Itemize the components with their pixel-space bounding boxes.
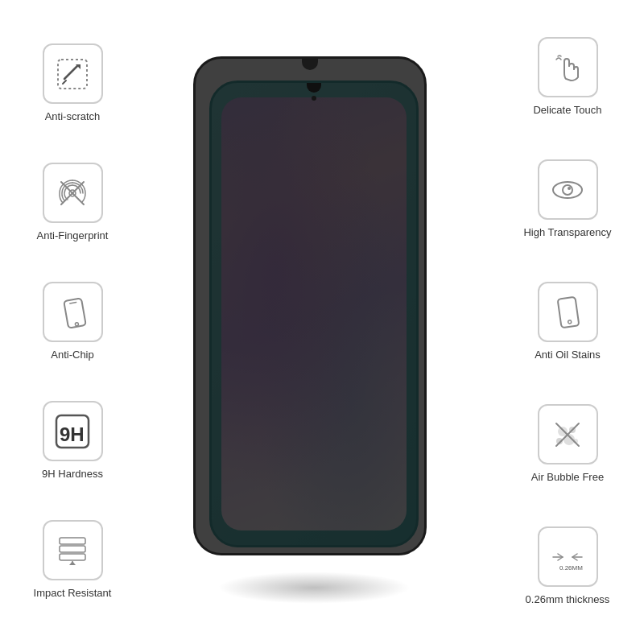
- phone-area: [193, 56, 451, 588]
- delicate-touch-icon-box: [538, 37, 598, 97]
- feature-anti-chip: Anti-Chip: [8, 282, 137, 362]
- anti-oil-icon-box: [538, 282, 598, 342]
- svg-rect-13: [60, 546, 85, 552]
- anti-scratch-icon-box: [43, 43, 103, 104]
- 9h-icon-box: 9H: [43, 401, 103, 461]
- 9h-icon: 9H: [53, 412, 92, 451]
- impact-icon-box: [43, 520, 103, 580]
- feature-air-bubble: Air Bubble Free: [499, 404, 636, 485]
- svg-point-8: [75, 322, 79, 326]
- bubble-icon: [548, 415, 587, 454]
- svg-point-18: [568, 187, 571, 190]
- anti-oil-label: Anti Oil Stains: [535, 349, 601, 362]
- scratch-icon: [53, 55, 92, 93]
- 9h-hardness-label: 9H Hardness: [42, 468, 103, 481]
- feature-anti-oil: Anti Oil Stains: [499, 282, 636, 362]
- fingerprint-icon: [53, 174, 92, 213]
- main-container: Anti-scratch Anti-Fingerprint: [0, 0, 644, 644]
- svg-rect-14: [60, 554, 85, 560]
- feature-impact-resistant: Impact Resistant: [8, 520, 137, 601]
- anti-chip-icon-box: [43, 282, 103, 342]
- air-bubble-label: Air Bubble Free: [531, 471, 604, 485]
- glass-notch: [302, 59, 318, 70]
- svg-line-1: [64, 66, 77, 79]
- phone-shadow: [217, 572, 411, 604]
- feature-anti-fingerprint: Anti-Fingerprint: [8, 163, 137, 243]
- air-bubble-icon-box: [538, 404, 598, 464]
- svg-rect-12: [60, 538, 85, 544]
- eye-icon: [548, 171, 587, 209]
- feature-thickness: 0.26MM 0.26mm thickness: [499, 526, 636, 607]
- delicate-touch-label: Delicate Touch: [533, 104, 601, 118]
- svg-point-17: [563, 185, 572, 195]
- anti-fingerprint-icon-box: [43, 163, 103, 223]
- thickness-label: 0.26mm thickness: [526, 593, 610, 607]
- impact-icon: [53, 531, 92, 570]
- svg-text:0.26MM: 0.26MM: [559, 564, 583, 572]
- anti-chip-label: Anti-Chip: [51, 349, 93, 362]
- glass-inner: [207, 70, 413, 542]
- touch-icon: [548, 48, 587, 87]
- svg-point-20: [568, 320, 572, 324]
- high-transparency-label: High Transparency: [523, 226, 611, 240]
- feature-anti-scratch: Anti-scratch: [8, 43, 137, 124]
- impact-resistant-label: Impact Resistant: [34, 587, 112, 601]
- svg-line-3: [63, 80, 66, 84]
- feature-9h-hardness: 9H 9H Hardness: [8, 401, 137, 481]
- feature-delicate-touch: Delicate Touch: [499, 37, 636, 118]
- glass-protector: [193, 56, 427, 555]
- svg-text:9H: 9H: [60, 423, 85, 445]
- svg-line-9: [70, 302, 76, 303]
- oil-icon: [548, 293, 587, 332]
- features-left: Anti-scratch Anti-Fingerprint: [8, 0, 137, 644]
- thickness-icon: 0.26MM: [548, 538, 587, 576]
- high-transparency-icon-box: [538, 159, 598, 220]
- anti-fingerprint-label: Anti-Fingerprint: [37, 229, 109, 243]
- thickness-icon-box: 0.26MM: [538, 526, 598, 587]
- feature-high-transparency: High Transparency: [499, 159, 636, 240]
- chip-icon: [53, 293, 92, 332]
- anti-scratch-label: Anti-scratch: [45, 110, 101, 124]
- features-right: Delicate Touch High Transparency: [499, 0, 636, 644]
